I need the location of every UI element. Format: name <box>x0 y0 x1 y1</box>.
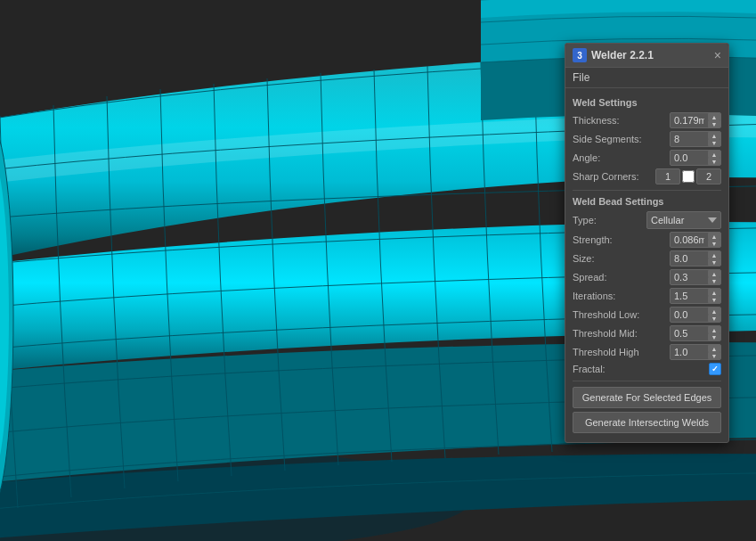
spread-label: Spread: <box>573 272 607 283</box>
weld-bead-settings-header: Weld Bead Settings <box>573 196 721 207</box>
angle-control: ▲ ▼ <box>670 150 721 166</box>
spread-control: ▲ ▼ <box>670 269 721 285</box>
type-row: Type: Cellular Linear Noise <box>573 211 721 229</box>
iterations-control: ▲ ▼ <box>670 288 721 304</box>
sharp-corners-control <box>655 168 721 184</box>
size-down[interactable]: ▼ <box>708 258 720 266</box>
strength-down[interactable]: ▼ <box>708 240 720 247</box>
fractal-row: Fractal: <box>573 363 721 375</box>
threshold-mid-control: ▲ ▼ <box>670 325 721 341</box>
side-segments-arrows: ▲ ▼ <box>708 132 720 146</box>
thickness-arrows: ▲ ▼ <box>708 113 720 127</box>
threshold-low-row: Threshold Low: ▲ ▼ <box>573 307 721 323</box>
thickness-down[interactable]: ▼ <box>708 120 720 127</box>
threshold-high-spinner: ▲ ▼ <box>670 344 721 360</box>
strength-arrows: ▲ ▼ <box>708 233 720 247</box>
thickness-row: Thickness: ▲ ▼ <box>573 112 721 128</box>
angle-spinner: ▲ ▼ <box>670 150 721 166</box>
thickness-control: ▲ ▼ <box>670 112 721 128</box>
strength-spinner: ▲ ▼ <box>670 232 721 248</box>
threshold-low-control: ▲ ▼ <box>670 307 721 323</box>
type-control: Cellular Linear Noise <box>646 211 721 229</box>
threshold-mid-arrows: ▲ ▼ <box>708 326 720 340</box>
threshold-high-label: Threshold High <box>573 347 639 357</box>
weld-settings-header: Weld Settings <box>573 97 721 108</box>
panel-body: Weld Settings Thickness: ▲ ▼ Side Segmen… <box>565 88 728 442</box>
fractal-control <box>709 363 721 375</box>
angle-arrows: ▲ ▼ <box>708 151 720 165</box>
side-segments-row: Side Segments: ▲ ▼ <box>573 131 721 147</box>
thickness-up[interactable]: ▲ <box>708 113 720 120</box>
side-segments-down[interactable]: ▼ <box>708 139 720 146</box>
size-control: ▲ ▼ <box>670 250 721 266</box>
fractal-checkbox[interactable] <box>709 363 721 375</box>
menu-bar: File <box>565 68 728 88</box>
sharp-corners-toggle[interactable] <box>682 170 695 183</box>
threshold-mid-row: Threshold Mid: ▲ ▼ <box>573 325 721 341</box>
size-up[interactable]: ▲ <box>708 251 720 258</box>
side-segments-label: Side Segments: <box>573 134 642 144</box>
threshold-high-down[interactable]: ▼ <box>708 352 720 359</box>
file-menu[interactable]: File <box>573 71 589 84</box>
sharp-corners-input2[interactable] <box>696 168 721 184</box>
type-label: Type: <box>573 215 597 225</box>
sharp-corners-label: Sharp Corners: <box>573 171 639 182</box>
side-segments-spinner: ▲ ▼ <box>670 131 721 147</box>
threshold-mid-label: Threshold Mid: <box>573 328 638 339</box>
size-arrows: ▲ ▼ <box>708 251 720 266</box>
side-segments-up[interactable]: ▲ <box>708 132 720 139</box>
iterations-arrows: ▲ ▼ <box>708 289 720 303</box>
title-bar-left: 3 Welder 2.2.1 <box>573 48 654 62</box>
threshold-high-arrows: ▲ ▼ <box>708 345 720 359</box>
app-icon: 3 <box>573 48 587 62</box>
threshold-low-up[interactable]: ▲ <box>708 307 720 315</box>
iterations-down[interactable]: ▼ <box>708 296 720 303</box>
strength-up[interactable]: ▲ <box>708 233 720 240</box>
spread-up[interactable]: ▲ <box>708 270 720 277</box>
threshold-low-spinner: ▲ ▼ <box>670 307 721 323</box>
spread-row: Spread: ▲ ▼ <box>573 269 721 285</box>
angle-up[interactable]: ▲ <box>708 151 720 158</box>
iterations-row: Iterations: ▲ ▼ <box>573 288 721 304</box>
iterations-label: Iterations: <box>573 291 615 301</box>
strength-control: ▲ ▼ <box>670 232 721 248</box>
threshold-mid-spinner: ▲ ▼ <box>670 325 721 341</box>
threshold-low-label: Threshold Low: <box>573 309 639 320</box>
spread-spinner: ▲ ▼ <box>670 269 721 285</box>
title-bar: 3 Welder 2.2.1 × <box>565 44 728 68</box>
iterations-spinner: ▲ ▼ <box>670 288 721 304</box>
divider-1 <box>573 190 721 191</box>
threshold-mid-down[interactable]: ▼ <box>708 333 720 340</box>
thickness-label: Thickness: <box>573 115 620 126</box>
threshold-mid-up[interactable]: ▲ <box>708 326 720 333</box>
threshold-high-up[interactable]: ▲ <box>708 345 720 352</box>
generate-intersecting-button[interactable]: Generate Intersecting Welds <box>573 412 721 433</box>
divider-2 <box>573 381 721 381</box>
welder-panel: 3 Welder 2.2.1 × File Weld Settings Thic… <box>565 43 729 443</box>
threshold-low-down[interactable]: ▼ <box>708 315 720 322</box>
side-segments-control: ▲ ▼ <box>670 131 721 147</box>
size-label: Size: <box>573 253 594 264</box>
generate-selected-button[interactable]: Generate For Selected Edges <box>573 387 721 408</box>
angle-row: Angle: ▲ ▼ <box>573 150 721 166</box>
angle-down[interactable]: ▼ <box>708 158 720 165</box>
threshold-high-row: Threshold High ▲ ▼ <box>573 344 721 360</box>
close-button[interactable]: × <box>714 49 721 61</box>
panel-title: Welder 2.2.1 <box>591 49 654 61</box>
sharp-corners-row: Sharp Corners: <box>573 168 721 184</box>
fractal-label: Fractal: <box>573 364 606 374</box>
size-spinner: ▲ ▼ <box>670 250 721 266</box>
iterations-up[interactable]: ▲ <box>708 289 720 296</box>
threshold-high-control: ▲ ▼ <box>670 344 721 360</box>
type-dropdown[interactable]: Cellular Linear Noise <box>646 211 721 229</box>
thickness-spinner: ▲ ▼ <box>670 112 721 128</box>
sharp-corners-input1[interactable] <box>655 168 680 184</box>
threshold-low-arrows: ▲ ▼ <box>708 307 720 322</box>
angle-label: Angle: <box>573 152 600 163</box>
spread-down[interactable]: ▼ <box>708 277 720 284</box>
strength-row: Strength: ▲ ▼ <box>573 232 721 248</box>
size-row: Size: ▲ ▼ <box>573 250 721 266</box>
spread-arrows: ▲ ▼ <box>708 270 720 284</box>
strength-label: Strength: <box>573 234 613 245</box>
